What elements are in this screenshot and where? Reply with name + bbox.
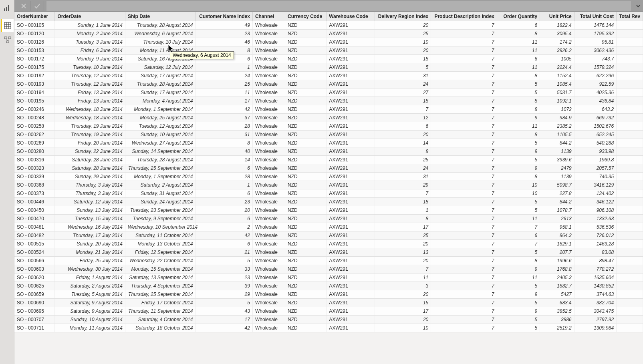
cell-unitPrice[interactable]: 2613 — [540, 215, 574, 223]
cell-shipDate[interactable]: Saturday, 12 July 2014 — [125, 63, 195, 72]
table-row[interactable]: SO - 000175Tuesday, 10 June 2014Saturday… — [14, 63, 643, 72]
cell-orderDate[interactable]: Thursday, 12 June 2014 — [55, 72, 125, 80]
cell-custIdx[interactable]: 25 — [196, 80, 253, 88]
cell-qty[interactable]: 11 — [497, 46, 540, 55]
cell-orderDate[interactable]: Friday, 20 June 2014 — [55, 139, 125, 147]
cell-custIdx[interactable]: 1 — [196, 63, 253, 72]
cell-orderNumber[interactable]: SO - 000193 — [14, 80, 55, 88]
table-row[interactable]: SO - 000153Friday, 6 June 2014Monday, 11… — [14, 46, 643, 55]
cell-warehouse[interactable]: AXW291 — [327, 88, 375, 97]
cell-totalCost[interactable]: 778.272 — [574, 265, 616, 274]
cell-region[interactable]: 31 — [375, 72, 431, 80]
column-header-currency[interactable]: Currency Code — [285, 12, 327, 21]
cell-orderNumber[interactable]: SO - 000603 — [14, 265, 55, 274]
cell-channel[interactable]: Wholesale — [252, 307, 285, 316]
cell-channel[interactable]: Wholesale — [252, 147, 285, 156]
cell-currency[interactable]: NZD — [285, 63, 327, 72]
cell-warehouse[interactable]: AXW291 — [327, 122, 375, 131]
cell-shipDate[interactable]: Sunday, 24 August 2014 — [125, 198, 195, 206]
cell-totalRev[interactable] — [617, 164, 643, 173]
cell-channel[interactable]: Wholesale — [252, 290, 285, 299]
cell-custIdx[interactable]: 42 — [196, 105, 253, 114]
cell-region[interactable]: 29 — [375, 181, 431, 189]
cell-totalCost[interactable]: 1309.984 — [574, 324, 616, 332]
cell-qty[interactable]: 6 — [497, 55, 540, 63]
cell-region[interactable]: 7 — [375, 265, 431, 274]
cell-unitPrice[interactable]: 1139 — [540, 173, 574, 181]
cell-totalRev[interactable] — [617, 198, 643, 206]
cell-orderDate[interactable]: Saturday, 28 June 2014 — [55, 164, 125, 173]
cell-orderNumber[interactable]: SO - 000153 — [14, 46, 55, 55]
cell-totalRev[interactable] — [617, 30, 643, 38]
cell-totalRev[interactable] — [617, 223, 643, 231]
cell-orderNumber[interactable]: SO - 000446 — [14, 198, 55, 206]
cell-warehouse[interactable]: AXW291 — [327, 156, 375, 164]
cell-currency[interactable]: NZD — [285, 46, 327, 55]
cell-currency[interactable]: NZD — [285, 114, 327, 122]
cell-totalRev[interactable] — [617, 139, 643, 147]
cell-orderDate[interactable]: Tuesday, 5 August 2014 — [55, 290, 125, 299]
cell-totalCost[interactable]: 83.08 — [574, 248, 616, 257]
cell-custIdx[interactable]: 39 — [196, 282, 253, 290]
cell-currency[interactable]: NZD — [285, 265, 327, 274]
cell-channel[interactable]: Wholesale — [252, 164, 285, 173]
cell-orderNumber[interactable]: SO - 000105 — [14, 21, 55, 30]
cell-totalRev[interactable] — [617, 46, 643, 55]
cell-totalCost[interactable]: 898.47 — [574, 257, 616, 265]
cell-channel[interactable]: Wholesale — [252, 189, 285, 198]
cell-unitPrice[interactable]: 2405.3 — [540, 274, 574, 282]
cell-prodDesc[interactable]: 7 — [431, 189, 497, 198]
cell-warehouse[interactable]: AXW291 — [327, 114, 375, 122]
cell-shipDate[interactable]: Tuesday, 12 August 2014 — [125, 122, 195, 131]
cell-orderNumber[interactable]: SO - 000262 — [14, 131, 55, 139]
table-row[interactable]: SO - 000620Friday, 1 August 2014Saturday… — [14, 274, 643, 282]
cell-custIdx[interactable]: 33 — [196, 265, 253, 274]
cell-prodDesc[interactable]: 7 — [431, 63, 497, 72]
cell-qty[interactable]: 8 — [497, 30, 540, 38]
cell-orderDate[interactable]: Monday, 2 June 2014 — [55, 30, 125, 38]
cell-region[interactable]: 1 — [375, 206, 431, 215]
cell-custIdx[interactable]: 5 — [196, 299, 253, 307]
cell-orderNumber[interactable]: SO - 000120 — [14, 30, 55, 38]
cell-unitPrice[interactable]: 2224.4 — [540, 63, 574, 72]
cell-totalCost[interactable]: 622.296 — [574, 72, 616, 80]
cell-warehouse[interactable]: AXW291 — [327, 290, 375, 299]
column-header-orderNumber[interactable]: OrderNumber — [14, 12, 55, 21]
cell-orderNumber[interactable]: SO - 000707 — [14, 316, 55, 324]
cell-region[interactable]: 8 — [375, 215, 431, 223]
cell-channel[interactable]: Wholesale — [252, 88, 285, 97]
cell-orderNumber[interactable]: SO - 000481 — [14, 223, 55, 231]
cell-orderNumber[interactable]: SO - 000195 — [14, 97, 55, 105]
cell-currency[interactable]: NZD — [285, 97, 327, 105]
cell-shipDate[interactable]: Monday, 1 September 2014 — [125, 173, 195, 181]
cell-unitPrice[interactable]: 1768.8 — [540, 265, 574, 274]
cell-totalCost[interactable]: 726.012 — [574, 231, 616, 240]
cell-qty[interactable]: 5 — [497, 80, 540, 88]
cell-qty[interactable]: 5 — [497, 248, 540, 257]
cell-currency[interactable]: NZD — [285, 274, 327, 282]
cell-totalCost[interactable]: 436.84 — [574, 97, 616, 105]
cell-orderNumber[interactable]: SO - 000280 — [14, 147, 55, 156]
cell-unitPrice[interactable]: 1996.6 — [540, 257, 574, 265]
cell-prodDesc[interactable]: 7 — [431, 105, 497, 114]
cell-channel[interactable]: Wholesale — [252, 223, 285, 231]
cell-prodDesc[interactable]: 7 — [431, 206, 497, 215]
cell-warehouse[interactable]: AXW291 — [327, 189, 375, 198]
cell-orderNumber[interactable]: SO - 000175 — [14, 63, 55, 72]
cell-orderNumber[interactable]: SO - 000368 — [14, 181, 55, 189]
cell-prodDesc[interactable]: 7 — [431, 316, 497, 324]
cell-prodDesc[interactable]: 7 — [431, 274, 497, 282]
model-view-icon[interactable] — [1, 34, 14, 46]
cell-totalCost[interactable]: 3062.436 — [574, 46, 616, 55]
cell-qty[interactable]: 9 — [497, 114, 540, 122]
cell-region[interactable]: 27 — [375, 88, 431, 97]
cell-region[interactable]: 10 — [375, 38, 431, 46]
cell-totalRev[interactable] — [617, 88, 643, 97]
cell-custIdx[interactable]: 24 — [196, 72, 253, 80]
cell-unitPrice[interactable]: 984.9 — [540, 114, 574, 122]
cell-region[interactable]: 3 — [375, 282, 431, 290]
cell-totalCost[interactable]: 536.536 — [574, 223, 616, 231]
cell-qty[interactable]: 11 — [497, 122, 540, 131]
cell-qty[interactable]: 11 — [497, 215, 540, 223]
cell-custIdx[interactable]: 17 — [196, 316, 253, 324]
